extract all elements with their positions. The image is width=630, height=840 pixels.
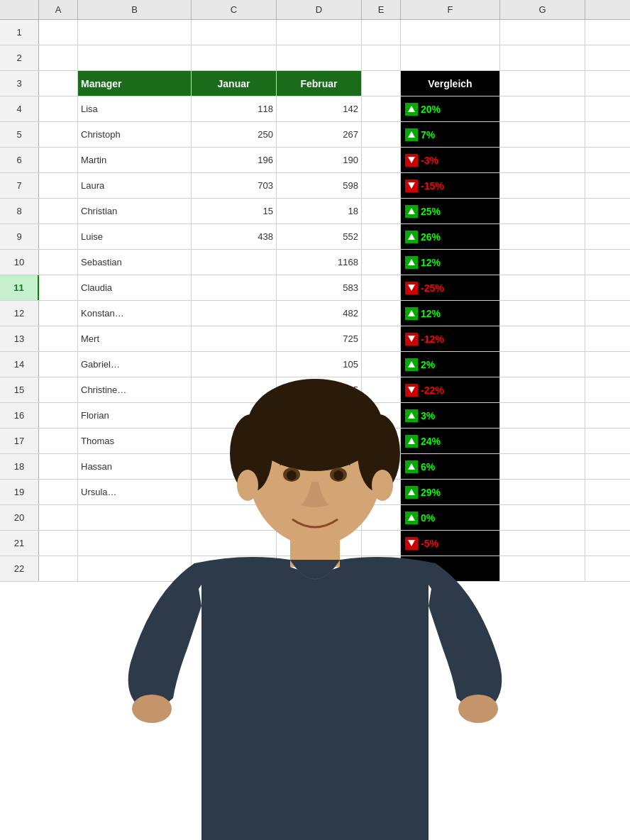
cell-februar-8: 18	[277, 199, 362, 223]
cell-januar-10	[192, 250, 277, 275]
table-row: 10 Sebastian 1168 12%	[0, 250, 630, 275]
row-num-22: 22	[0, 556, 39, 581]
cell-vergleich-15: -22%	[401, 377, 500, 402]
cell-februar-4: 142	[277, 96, 362, 121]
col-header-g: G	[500, 0, 585, 19]
cell-manager-7: Laura	[78, 173, 192, 198]
table-row: 13 Mert 725 -12%	[0, 326, 630, 352]
cell-vergleich-8: 25%	[401, 199, 500, 223]
cell-februar-9: 552	[277, 224, 362, 249]
row-num-18: 18	[0, 454, 39, 479]
row-num-3: 3	[0, 71, 39, 96]
corner-cell	[0, 0, 39, 19]
table-row: 16 Florian 465 3%	[0, 403, 630, 429]
cell-februar-6: 190	[277, 148, 362, 172]
table-row: 21 -5%	[0, 531, 630, 556]
cell-vergleich-13: -12%	[401, 326, 500, 351]
cell-manager-16: Florian	[78, 403, 192, 428]
row-num-15: 15	[0, 377, 39, 402]
row-num-8: 8	[0, 199, 39, 223]
row-num-6: 6	[0, 148, 39, 172]
cell-vergleich-20: 0%	[401, 505, 500, 530]
cell-februar-13: 725	[277, 326, 362, 351]
cell-januar-12	[192, 301, 277, 326]
cell-februar-17: 714	[277, 429, 362, 453]
cell-februar-14: 105	[277, 352, 362, 377]
cell-januar-7: 703	[192, 173, 277, 198]
row-num-4: 4	[0, 96, 39, 121]
table-row: 22 0%	[0, 556, 630, 582]
row-num-20: 20	[0, 505, 39, 530]
header-vergleich: Vergleich	[401, 71, 500, 96]
cell-manager-12: Konstan…	[78, 301, 192, 326]
header-manager: Manager	[78, 71, 192, 96]
cell-vergleich-10: 12%	[401, 250, 500, 275]
table-row: 9 Luise 438 552 26%	[0, 224, 630, 250]
row-num-11: 11	[0, 275, 39, 300]
cell-manager-5: Christoph	[78, 122, 192, 147]
table-row: 11 Claudia 583 -25%	[0, 275, 630, 301]
table-row: 7 Laura 703 598 -15%	[0, 173, 630, 199]
col-header-b: B	[78, 0, 192, 19]
cell-vergleich-21: -5%	[401, 531, 500, 556]
col-header-f: F	[401, 0, 500, 19]
cell-februar-10: 1168	[277, 250, 362, 275]
cell-februar-12: 482	[277, 301, 362, 326]
cell-januar-9: 438	[192, 224, 277, 249]
table-row: 8 Christian 15 18 25%	[0, 199, 630, 224]
cell-februar-16: 465	[277, 403, 362, 428]
cell-januar-16	[192, 403, 277, 428]
header-februar: Februar	[277, 71, 362, 96]
cell-vergleich-7: -15%	[401, 173, 500, 198]
cell-manager-6: Martin	[78, 148, 192, 172]
cell-februar-7: 598	[277, 173, 362, 198]
cell-vergleich-11: -25%	[401, 275, 500, 300]
cell-vergleich-19: 29%	[401, 480, 500, 504]
column-headers: A B C D E F G	[0, 0, 630, 20]
table-row: 20 0%	[0, 505, 630, 531]
cell-manager-9: Luise	[78, 224, 192, 249]
cell-manager-10: Sebastian	[78, 250, 192, 275]
col-header-d: D	[277, 0, 362, 19]
cell-januar-19	[192, 480, 277, 504]
row-num-12: 12	[0, 301, 39, 326]
table-row: 1	[0, 20, 630, 45]
col-header-c: C	[192, 0, 277, 19]
cell-vergleich-18: 6%	[401, 454, 500, 479]
table-row: 12 Konstan… 482 12%	[0, 301, 630, 326]
row-num-14: 14	[0, 352, 39, 377]
cell-februar-11: 583	[277, 275, 362, 300]
table-row: 18 Hassan 635 6%	[0, 454, 630, 480]
cell-februar-15: 765	[277, 377, 362, 402]
cell-januar-18	[192, 454, 277, 479]
cell-manager-13: Mert	[78, 326, 192, 351]
table-row: 2	[0, 45, 630, 71]
cell-vergleich-12: 12%	[401, 301, 500, 326]
cell-februar-18: 635	[277, 454, 362, 479]
table-row: 5 Christoph 250 267 7%	[0, 122, 630, 148]
cell-januar-5: 250	[192, 122, 277, 147]
table-row: 14 Gabriel… 105 2%	[0, 352, 630, 377]
col-header-e: E	[362, 0, 401, 19]
cell-januar-6: 196	[192, 148, 277, 172]
table-row: 3 Manager Januar Februar Vergleich	[0, 71, 630, 96]
row-num-5: 5	[0, 122, 39, 147]
row-num-9: 9	[0, 224, 39, 249]
grid: 1 2 3 Manager Januar Februar	[0, 20, 630, 582]
cell-vergleich-14: 2%	[401, 352, 500, 377]
spreadsheet: A B C D E F G 1 2	[0, 0, 630, 695]
table-row: 17 Thomas 714 24%	[0, 429, 630, 454]
table-row: 19 Ursula… 292 29%	[0, 480, 630, 505]
cell-manager-15: Christine…	[78, 377, 192, 402]
cell-vergleich-9: 26%	[401, 224, 500, 249]
row-num-2: 2	[0, 45, 39, 70]
col-header-a: A	[39, 0, 78, 19]
cell-vergleich-17: 24%	[401, 429, 500, 453]
cell-januar-17	[192, 429, 277, 453]
cell-vergleich-22: 0%	[401, 556, 500, 581]
row-num-10: 10	[0, 250, 39, 275]
cell-vergleich-16: 3%	[401, 403, 500, 428]
cell-vergleich-6: -3%	[401, 148, 500, 172]
cell-manager-14: Gabriel…	[78, 352, 192, 377]
row-num-1: 1	[0, 20, 39, 45]
